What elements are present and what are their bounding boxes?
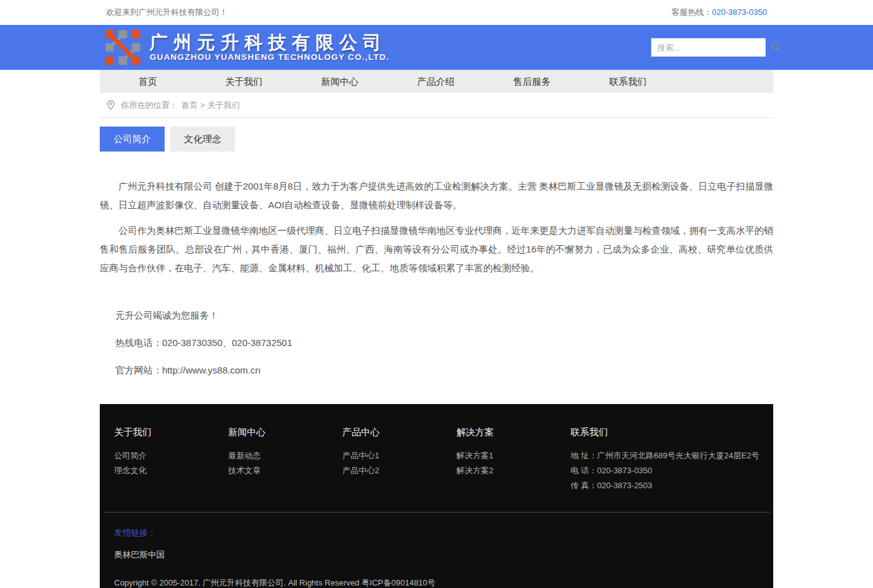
copyright-text: Copyright © 2005-2017. 广州元升科技有限公司. All R… xyxy=(100,561,773,588)
footer-link[interactable]: 产品中心1 xyxy=(342,448,456,463)
footer-link[interactable]: 最新动态 xyxy=(228,448,342,463)
breadcrumb: 你所在的位置： 首页 > 关于我们 xyxy=(100,93,773,118)
footer-link[interactable]: 技术文章 xyxy=(228,463,342,478)
footer-link[interactable]: 理念文化 xyxy=(114,463,228,478)
footer-link[interactable]: 解决方案2 xyxy=(456,463,571,478)
company-name-en: GUANGZHOU YUANSHENG TECHNOLOGY CO.,LTD. xyxy=(150,52,389,62)
search-icon xyxy=(771,41,782,54)
footer-address: 地 址：广州市天河北路689号光大银行大厦24层E2号 xyxy=(571,448,760,463)
welcome-text: 欢迎来到广州元升科技有限公司！ xyxy=(106,7,228,18)
breadcrumb-home[interactable]: 首页 xyxy=(181,100,198,111)
tab-company-profile[interactable]: 公司简介 xyxy=(100,127,165,152)
nav-item-home[interactable]: 首页 xyxy=(100,70,196,93)
footer-col-title: 关于我们 xyxy=(114,427,228,438)
footer-col-solutions: 解决方案 解决方案1 解决方案2 xyxy=(456,427,571,493)
nav-item-news[interactable]: 新闻中心 xyxy=(292,70,388,93)
nav-item-about[interactable]: 关于我们 xyxy=(196,70,292,93)
site-footer: 关于我们 公司简介 理念文化 新闻中心 最新动态 技术文章 产品中心 产品中心1… xyxy=(100,404,773,588)
brand-text: 广州元升科技有限公司 GUANGZHOU YUANSHENG TECHNOLOG… xyxy=(150,32,389,62)
friend-links-label[interactable]: 友情链接： xyxy=(114,528,759,539)
footer-phone: 电 话：020-3873-0350 xyxy=(571,463,760,478)
intro-paragraph-2: 公司作为奥林巴斯工业显微镜华南地区一级代理商、日立电子扫描显微镜华南地区专业代理… xyxy=(100,221,773,277)
page: 欢迎来到广州元升科技有限公司！ 客服热线：020-3873-0350 xyxy=(0,0,873,588)
intro-paragraph-1: 广州元升科技有限公司 创建于2001年8月8日，致力于为客户提供先进高效的工业检… xyxy=(100,177,773,214)
search-box xyxy=(651,38,766,57)
footer-col-title: 解决方案 xyxy=(456,427,571,438)
nav-item-products[interactable]: 产品介绍 xyxy=(388,70,484,93)
nav-item-contact[interactable]: 联系我们 xyxy=(580,70,676,93)
nav-item-service[interactable]: 售后服务 xyxy=(484,70,580,93)
footer-col-title: 新闻中心 xyxy=(228,427,342,438)
breadcrumb-prefix: 你所在的位置： xyxy=(121,100,178,111)
hotline-label: 客服热线： xyxy=(672,7,712,17)
footer-col-title: 联系我们 xyxy=(571,427,760,438)
search-button[interactable] xyxy=(771,39,782,56)
footer-col-products: 产品中心 产品中心1 产品中心2 xyxy=(342,427,456,493)
section-tabs: 公司简介 文化理念 xyxy=(100,127,773,152)
contact-block: 元升公司竭诚为您服务！ 热线电话：020-38730350、020-387325… xyxy=(100,310,773,377)
footer-col-contact: 联系我们 地 址：广州市天河北路689号光大银行大厦24层E2号 电 话：020… xyxy=(571,427,760,493)
friend-links-row: 友情链接： 奥林巴斯中国 xyxy=(100,513,773,561)
hotline-number[interactable]: 020-3873-0350 xyxy=(712,7,767,17)
search-input[interactable] xyxy=(652,39,771,55)
service-hotline: 客服热线：020-3873-0350 xyxy=(672,7,767,18)
friend-link-olympus[interactable]: 奥林巴斯中国 xyxy=(114,549,165,561)
main-nav: 首页 关于我们 新闻中心 产品介绍 售后服务 联系我们 xyxy=(100,70,773,93)
footer-link[interactable]: 解决方案1 xyxy=(456,448,571,463)
official-website: 官方网站：http://www.ys88.com.cn xyxy=(115,365,773,377)
footer-link[interactable]: 产品中心2 xyxy=(342,463,456,478)
footer-col-title: 产品中心 xyxy=(342,427,456,438)
hotline-phones: 热线电话：020-38730350、020-38732501 xyxy=(115,337,773,349)
breadcrumb-separator: > xyxy=(200,100,205,110)
footer-col-news: 新闻中心 最新动态 技术文章 xyxy=(228,427,342,493)
footer-col-about: 关于我们 公司简介 理念文化 xyxy=(114,427,228,493)
site-header: 广州元升科技有限公司 GUANGZHOU YUANSHENG TECHNOLOG… xyxy=(0,25,873,70)
main-content: 广州元升科技有限公司 创建于2001年8月8日，致力于为客户提供先进高效的工业检… xyxy=(100,152,773,404)
location-pin-icon xyxy=(106,100,115,110)
footer-link[interactable]: 公司简介 xyxy=(114,448,228,463)
company-name-cn: 广州元升科技有限公司 xyxy=(150,32,389,52)
tab-culture[interactable]: 文化理念 xyxy=(170,127,235,152)
footer-columns: 关于我们 公司简介 理念文化 新闻中心 最新动态 技术文章 产品中心 产品中心1… xyxy=(100,427,773,493)
breadcrumb-current[interactable]: 关于我们 xyxy=(208,100,240,111)
company-logo-icon[interactable] xyxy=(105,29,141,65)
topbar: 欢迎来到广州元升科技有限公司！ 客服热线：020-3873-0350 xyxy=(0,0,873,25)
service-slogan: 元升公司竭诚为您服务！ xyxy=(115,310,773,322)
footer-fax: 传 真：020-3873-2503 xyxy=(571,478,760,493)
